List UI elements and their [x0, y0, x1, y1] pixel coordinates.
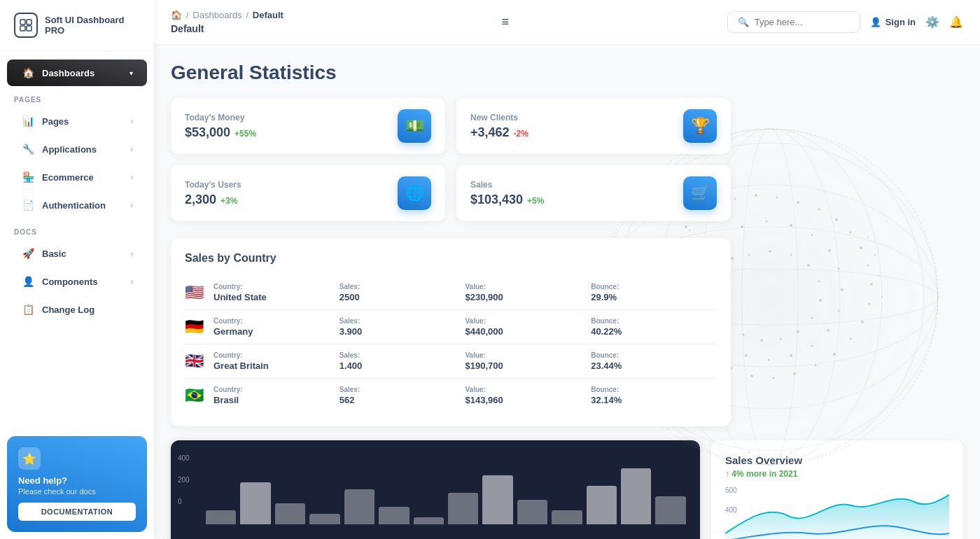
svg-point-32: [793, 372, 796, 375]
sidebar-label-changelog: Change Log: [42, 304, 94, 315]
pages-section-label: PAGES: [0, 88, 154, 106]
bounce-col: Bounce: 32.14%: [591, 386, 717, 405]
overview-chart: 500 400: [725, 484, 949, 539]
svg-point-72: [743, 334, 745, 336]
svg-point-19: [776, 197, 778, 199]
notifications-icon[interactable]: 🔔: [949, 15, 963, 29]
svg-rect-0: [20, 20, 25, 24]
svg-text:400: 400: [725, 506, 737, 514]
svg-point-64: [790, 254, 792, 256]
changelog-icon: 📋: [21, 302, 35, 316]
chevron-icon: ›: [131, 278, 133, 286]
search-box[interactable]: 🔍: [727, 11, 860, 33]
svg-point-33: [773, 377, 775, 379]
svg-point-27: [869, 303, 871, 305]
basic-icon: 🚀: [21, 246, 35, 260]
applications-icon: 🔧: [21, 142, 35, 156]
page-title: General Statistics: [171, 62, 963, 84]
sales-col: Sales: 562: [340, 386, 465, 405]
stat-value-users: 2,300: [185, 192, 216, 207]
sidebar-item-components[interactable]: 👤 Components ›: [7, 268, 147, 295]
chevron-icon: ›: [131, 146, 133, 153]
sidebar-label-authentication: Authentication: [42, 200, 106, 211]
sidebar-item-ecommerce[interactable]: 🏪 Ecommerce ›: [7, 164, 147, 190]
sidebar-label-applications: Applications: [42, 144, 97, 155]
search-input[interactable]: [755, 17, 850, 27]
value-col: Value: $190,700: [465, 351, 592, 371]
stat-label-money: Today's Money: [185, 113, 256, 122]
stat-change-money: +55%: [234, 129, 256, 139]
stat-label-users: Today's Users: [185, 180, 241, 190]
breadcrumb-dashboards[interactable]: Dashboards: [192, 10, 241, 20]
bar-chart-bars: [206, 454, 686, 524]
bar: [482, 475, 512, 524]
chevron-icon: ›: [131, 118, 133, 125]
svg-point-25: [867, 265, 869, 267]
country-col: Country: Great Britain: [214, 351, 340, 371]
value-col: Value: $230,900: [465, 283, 592, 302]
logo-icon: [14, 13, 38, 38]
sidebar-label-basic: Basic: [42, 248, 66, 259]
list-item: 🇺🇸 Country: United State Sales: 2500 Val…: [185, 276, 717, 310]
documentation-button[interactable]: DOCUMENTATION: [18, 503, 136, 521]
sidebar-item-dashboards[interactable]: 🏠 Dashboards ▾: [7, 59, 147, 86]
chevron-icon: ›: [131, 174, 133, 181]
svg-point-23: [850, 232, 852, 234]
stat-label-clients: New Clients: [470, 113, 528, 122]
stat-label-sales: Sales: [470, 180, 544, 190]
sales-section-title: Sales by Country: [185, 252, 717, 265]
sign-in-button[interactable]: 👤 Sign in: [870, 17, 916, 27]
svg-rect-3: [27, 26, 31, 31]
sidebar-item-applications[interactable]: 🔧 Applications ›: [7, 136, 147, 162]
svg-point-14: [685, 225, 687, 228]
sales-overview-card: Sales Overview ↑ 4% more in 2021: [711, 440, 963, 539]
sidebar-label-dashboards: Dashboards: [42, 68, 94, 78]
country-table: 🇺🇸 Country: United State Sales: 2500 Val…: [185, 276, 717, 412]
svg-point-24: [860, 246, 862, 249]
sidebar-item-changelog[interactable]: 📋 Change Log: [7, 296, 147, 323]
value-col: Value: $143,960: [465, 386, 592, 405]
svg-point-10: [742, 129, 798, 465]
bounce-col: Bounce: 40.22%: [591, 317, 717, 337]
bar: [448, 493, 478, 524]
bar: [517, 500, 547, 524]
stat-icon-users: 🌐: [398, 176, 431, 210]
svg-point-82: [881, 296, 883, 298]
sales-col: Sales: 1.400: [340, 351, 465, 371]
sign-in-label: Sign in: [886, 17, 916, 27]
breadcrumb-home-icon: 🏠: [171, 10, 182, 20]
help-box: ⭐ Need help? Please check our docs DOCUM…: [7, 436, 147, 532]
bottom-charts-row: 400 200 0 Sales Overview ↑ 4% more in 20…: [171, 440, 963, 539]
svg-point-68: [811, 317, 813, 319]
bar: [206, 510, 236, 524]
sidebar-label-components: Components: [42, 276, 97, 287]
stat-icon-money: 💵: [398, 109, 431, 143]
sidebar-item-pages[interactable]: 📊 Pages ›: [7, 108, 147, 134]
stat-change-clients: -2%: [514, 129, 528, 139]
svg-point-30: [833, 353, 836, 356]
overview-subtitle: ↑ 4% more in 2021: [725, 469, 949, 479]
sidebar-logo: Soft UI Dashboard PRO: [0, 0, 154, 51]
svg-point-85: [867, 237, 869, 238]
breadcrumb-sep1: /: [186, 10, 188, 20]
svg-point-49: [841, 288, 844, 291]
main-content: 🏠 / Dashboards / Default Default ≡ 🔍 👤 S…: [154, 0, 980, 539]
sidebar: Soft UI Dashboard PRO 🏠 Dashboards ▾ PAG…: [0, 0, 154, 539]
svg-point-26: [870, 283, 873, 286]
svg-point-43: [741, 225, 743, 228]
sidebar-label-pages: Pages: [42, 116, 69, 127]
sidebar-item-basic[interactable]: 🚀 Basic ›: [7, 240, 147, 267]
sales-col: Sales: 3.900: [340, 317, 465, 337]
y-label-0: 0: [178, 498, 190, 505]
bar-chart-card: 400 200 0: [171, 440, 700, 539]
app-name: Soft UI Dashboard PRO: [45, 15, 140, 36]
dashboards-icon: 🏠: [21, 66, 35, 80]
settings-icon[interactable]: ⚙️: [925, 15, 939, 29]
sidebar-item-authentication[interactable]: 📄 Authentication ›: [7, 192, 147, 218]
hamburger-icon[interactable]: ≡: [502, 15, 510, 29]
page-subtitle: Default: [171, 23, 284, 34]
help-star-icon: ⭐: [18, 447, 41, 470]
svg-rect-1: [27, 20, 31, 24]
svg-point-81: [689, 230, 690, 231]
breadcrumb-sep2: /: [246, 10, 248, 20]
